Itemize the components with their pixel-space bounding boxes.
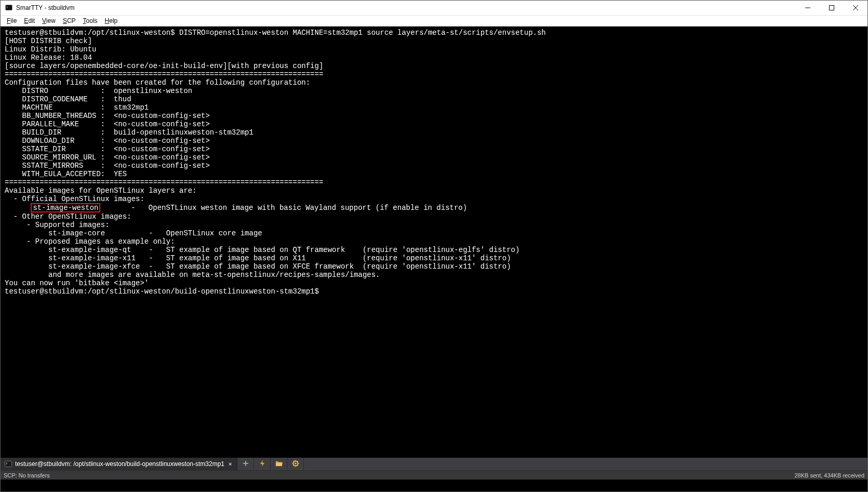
open-folder-button[interactable] <box>271 458 287 470</box>
quick-command-button[interactable] <box>254 458 271 470</box>
terminal-line: - Supported images: <box>5 221 863 229</box>
terminal-line: - Official OpenSTLinux images: <box>5 195 863 203</box>
terminal-line: DISTRO : openstlinux-weston <box>5 87 863 95</box>
menu-file[interactable]: File <box>4 16 20 25</box>
terminal-line: ========================================… <box>5 178 863 187</box>
settings-button[interactable] <box>287 458 304 470</box>
gear-icon <box>292 460 299 469</box>
terminal-line: SSTATE_DIR : <no-custom-config-set> <box>5 145 863 153</box>
terminal-line: [source layers/openembedded-core/oe-init… <box>5 62 863 70</box>
close-button[interactable] <box>844 1 867 15</box>
app-icon <box>5 4 13 12</box>
terminal-line: BUILD_DIR : build-openstlinuxweston-stm3… <box>5 128 863 137</box>
menu-help[interactable]: Help <box>102 16 121 25</box>
minimize-button[interactable] <box>796 1 820 15</box>
svg-line-18 <box>293 465 293 466</box>
terminal-line: ========================================… <box>5 70 863 78</box>
terminal-line: testuser@stbuildvm:/opt/stlinux-weston$ … <box>5 29 863 37</box>
status-right: 28KB sent, 434KB received <box>794 472 864 478</box>
terminal-line: MACHINE : stm32mp1 <box>5 103 863 112</box>
terminal-line: You can now run 'bitbake <image>' <box>5 279 863 287</box>
terminal-line: [HOST DISTRIB check] <box>5 37 863 45</box>
svg-line-17 <box>297 461 298 461</box>
terminal-line: Linux Release: 18.04 <box>5 54 863 62</box>
new-tab-button[interactable] <box>237 458 254 470</box>
window-controls <box>796 1 867 15</box>
menu-view[interactable]: View <box>39 16 59 25</box>
menubar: File Edit View SCP Tools Help <box>1 16 867 26</box>
menu-scp[interactable]: SCP <box>60 16 79 25</box>
terminal-line: Linux Distrib: Ubuntu <box>5 45 863 54</box>
status-left: SCP: No transfers <box>4 472 50 478</box>
terminal-line: st-image-core - OpenSTLinux core image <box>5 229 863 237</box>
tabbar: testuser@stbuildvm: /opt/stlinux-weston/… <box>1 458 867 470</box>
terminal-line: st-example-image-x11 - ST example of ima… <box>5 254 863 262</box>
terminal-line: DISTRO_CODENAME : thud <box>5 95 863 103</box>
tab-label: testuser@stbuildvm: /opt/stlinux-weston/… <box>15 460 224 468</box>
terminal-line-highlight: st-image-weston - OpenSTLinux weston ima… <box>5 203 863 212</box>
terminal-line: PARALLEL_MAKE : <no-custom-config-set> <box>5 120 863 128</box>
statusbar: SCP: No transfers 28KB sent, 434KB recei… <box>1 470 867 480</box>
plus-icon <box>242 460 249 469</box>
terminal-line: Available images for OpenSTLinux layers … <box>5 187 863 195</box>
terminal-line: st-example-image-xfce - ST example of im… <box>5 262 863 271</box>
svg-line-16 <box>297 465 298 466</box>
terminal-line: - Proposed images as example only: <box>5 237 863 246</box>
titlebar: SmarTTY - stbuildvm <box>1 1 867 16</box>
bolt-icon <box>259 460 266 469</box>
menu-tools[interactable]: Tools <box>80 16 101 25</box>
tab-close-button[interactable]: × <box>228 461 233 467</box>
terminal-line: - Other OpenSTLinux images: <box>5 212 863 221</box>
terminal-tab[interactable]: testuser@stbuildvm: /opt/stlinux-weston/… <box>1 458 237 470</box>
terminal-line: SSTATE_MIRRORS : <no-custom-config-set> <box>5 162 863 170</box>
terminal-icon <box>5 461 12 467</box>
terminal-line: WITH_EULA_ACCEPTED: YES <box>5 170 863 178</box>
terminal-line: SOURCE_MIRROR_URL : <no-custom-config-se… <box>5 153 863 162</box>
svg-rect-6 <box>5 461 12 467</box>
terminal-line: st-example-image-qt - ST example of imag… <box>5 246 863 254</box>
svg-rect-3 <box>830 6 834 10</box>
maximize-button[interactable] <box>820 1 844 15</box>
terminal-output[interactable]: testuser@stbuildvm:/opt/stlinux-weston$ … <box>1 26 867 458</box>
svg-point-10 <box>295 462 297 464</box>
menu-edit[interactable]: Edit <box>21 16 38 25</box>
terminal-prompt[interactable]: testuser@stbuildvm:/opt/stlinux-weston/b… <box>5 287 863 296</box>
highlighted-image-name: st-image-weston <box>31 203 100 212</box>
terminal-line: DOWNLOAD_DIR : <no-custom-config-set> <box>5 137 863 145</box>
svg-line-15 <box>293 461 293 461</box>
terminal-line: and more images are available on meta-st… <box>5 271 863 279</box>
terminal-line: Configuration files have been created fo… <box>5 78 863 87</box>
folder-icon <box>275 460 283 469</box>
terminal-line: BB_NUMBER_THREADS : <no-custom-config-se… <box>5 112 863 120</box>
window-title: SmarTTY - stbuildvm <box>16 4 74 11</box>
